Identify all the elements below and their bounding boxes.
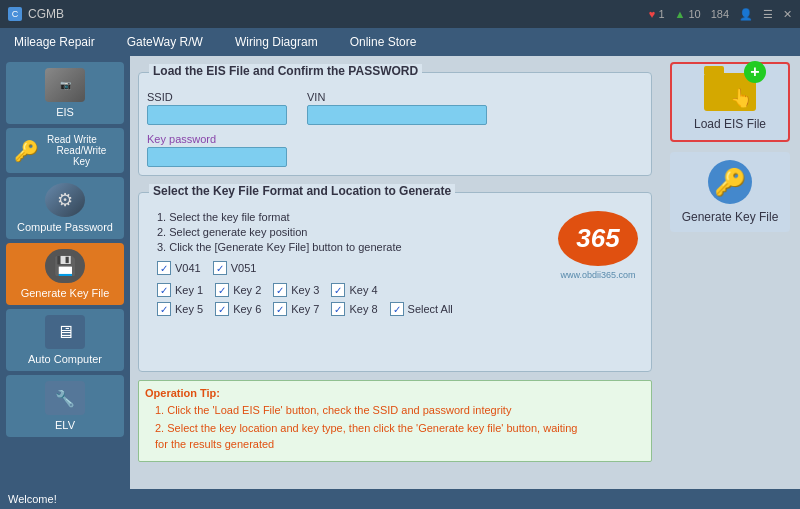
select-all-group: ✓ Select All: [390, 302, 453, 316]
elv-icon: 🔧: [45, 381, 85, 415]
key5-label: Key 5: [175, 303, 203, 315]
logo-circle: 365: [558, 211, 638, 266]
read-label: Read Write: [47, 134, 97, 145]
eis-icon: 📷: [45, 68, 85, 102]
key6-checkbox[interactable]: ✓: [215, 302, 229, 316]
ssid-vin-row: SSID VIN: [147, 91, 643, 125]
sidebar-item-read-write-key[interactable]: 🔑 Read Write Read/Write Key: [6, 128, 124, 173]
key5-checkbox[interactable]: ✓: [157, 302, 171, 316]
key1-checkbox[interactable]: ✓: [157, 283, 171, 297]
app-icon: C: [8, 7, 22, 21]
key6-label: Key 6: [233, 303, 261, 315]
key8-checkbox[interactable]: ✓: [331, 302, 345, 316]
key4-label: Key 4: [349, 284, 377, 296]
key1-group: ✓ Key 1: [157, 283, 203, 297]
user-icon: 👤: [739, 8, 753, 21]
close-icon[interactable]: ✕: [783, 8, 792, 21]
sidebar: 📷 EIS 🔑 Read Write Read/Write Key ⚙ Comp…: [0, 56, 130, 509]
menu-wiring-diagram[interactable]: Wiring Diagram: [229, 31, 324, 53]
generate-key-icon: 🔑: [708, 160, 752, 204]
tip-item-2: 2. Select the key location and key type,…: [155, 421, 645, 452]
sidebar-elv-label: ELV: [55, 419, 75, 431]
generate-key-button[interactable]: 🔑 Generate Key File: [670, 152, 790, 232]
key7-checkbox[interactable]: ✓: [273, 302, 287, 316]
key-password-group: Key password: [147, 133, 643, 167]
ssid-group: SSID: [147, 91, 287, 125]
sidebar-item-eis[interactable]: 📷 EIS: [6, 62, 124, 124]
instruction-2: 2. Select generate key position: [157, 226, 553, 238]
logo-365: 365 www.obdii365.com: [553, 211, 643, 321]
key-icon: 🔑: [14, 139, 39, 163]
key-format-section: Select the Key File Format and Location …: [138, 192, 652, 372]
vin-group: VIN: [307, 91, 487, 125]
logo-url: www.obdii365.com: [553, 270, 643, 280]
ssid-input[interactable]: [147, 105, 287, 125]
load-eis-section: Load the EIS File and Confirm the PASSWO…: [138, 72, 652, 176]
signal-indicator: ▲ 10: [675, 8, 701, 20]
operation-tip: Operation Tip: 1. Click the 'Load EIS Fi…: [138, 380, 652, 462]
app-title: CGMB: [28, 7, 64, 21]
key3-checkbox[interactable]: ✓: [273, 283, 287, 297]
menu-bar: Mileage Repair GateWay R/W Wiring Diagra…: [0, 28, 800, 56]
menu-online-store[interactable]: Online Store: [344, 31, 423, 53]
key8-group: ✓ Key 8: [331, 302, 377, 316]
v051-label: V051: [231, 262, 257, 274]
sidebar-compute-label: Compute Password: [17, 221, 113, 233]
menu-gateway-rw[interactable]: GateWay R/W: [121, 31, 209, 53]
sidebar-rw-label: Read/Write Key: [47, 145, 116, 167]
vin-label: VIN: [307, 91, 487, 103]
sidebar-item-generate-key[interactable]: 💾 Generate Key File: [6, 243, 124, 305]
key-format-title: Select the Key File Format and Location …: [149, 184, 455, 198]
v041-checkbox[interactable]: ✓: [157, 261, 171, 275]
key-password-input[interactable]: [147, 147, 287, 167]
vin-input[interactable]: [307, 105, 487, 125]
load-eis-button[interactable]: + 👆 Load EIS File: [670, 62, 790, 142]
num-indicator: 184: [711, 8, 729, 20]
key5-group: ✓ Key 5: [157, 302, 203, 316]
instructions: 1. Select the key file format 2. Select …: [157, 211, 553, 253]
title-bar-right: ♥ 1 ▲ 10 184 👤 ☰ ✕: [649, 8, 792, 21]
key3-group: ✓ Key 3: [273, 283, 319, 297]
key3-label: Key 3: [291, 284, 319, 296]
sidebar-item-elv[interactable]: 🔧 ELV: [6, 375, 124, 437]
logo-circle-container: 365: [558, 211, 638, 266]
generate-key-label: Generate Key File: [682, 210, 779, 224]
sidebar-autocomp-label: Auto Computer: [28, 353, 102, 365]
cursor-icon: 👆: [730, 87, 752, 109]
ssid-label: SSID: [147, 91, 287, 103]
tip-title: Operation Tip:: [145, 387, 645, 399]
instruction-3: 3. Click the [Generate Key File] button …: [157, 241, 553, 253]
key6-group: ✓ Key 6: [215, 302, 261, 316]
key7-group: ✓ Key 7: [273, 302, 319, 316]
load-eis-title: Load the EIS File and Confirm the PASSWO…: [149, 64, 422, 78]
key4-checkbox[interactable]: ✓: [331, 283, 345, 297]
sidebar-item-auto-computer[interactable]: 🖥 Auto Computer: [6, 309, 124, 371]
instruction-1: 1. Select the key file format: [157, 211, 553, 223]
key2-label: Key 2: [233, 284, 261, 296]
v041-group: ✓ V041: [157, 261, 201, 275]
heart-indicator: ♥ 1: [649, 8, 665, 20]
select-all-label: Select All: [408, 303, 453, 315]
compute-icon: ⚙: [45, 183, 85, 217]
menu-mileage-repair[interactable]: Mileage Repair: [8, 31, 101, 53]
status-text: Welcome!: [8, 493, 57, 505]
keys-row-1: ✓ Key 1 ✓ Key 2 ✓ Key 3 ✓: [157, 283, 553, 297]
title-bar: C CGMB ♥ 1 ▲ 10 184 👤 ☰ ✕: [0, 0, 800, 28]
sidebar-generate-label: Generate Key File: [21, 287, 110, 299]
load-eis-label: Load EIS File: [694, 117, 766, 131]
key2-checkbox[interactable]: ✓: [215, 283, 229, 297]
select-all-checkbox[interactable]: ✓: [390, 302, 404, 316]
key7-label: Key 7: [291, 303, 319, 315]
main-layout: 📷 EIS 🔑 Read Write Read/Write Key ⚙ Comp…: [0, 56, 800, 509]
folder-tab: [704, 66, 724, 74]
right-panel: + 👆 Load EIS File 🔑 Generate Key File: [660, 56, 800, 509]
status-bar: Welcome!: [0, 489, 800, 509]
folder-body: + 👆: [704, 73, 756, 111]
menu-icon[interactable]: ☰: [763, 8, 773, 21]
v051-checkbox[interactable]: ✓: [213, 261, 227, 275]
key-password-label: Key password: [147, 133, 643, 145]
version-row: ✓ V041 ✓ V051: [157, 261, 553, 275]
key1-label: Key 1: [175, 284, 203, 296]
key2-group: ✓ Key 2: [215, 283, 261, 297]
sidebar-item-compute-password[interactable]: ⚙ Compute Password: [6, 177, 124, 239]
